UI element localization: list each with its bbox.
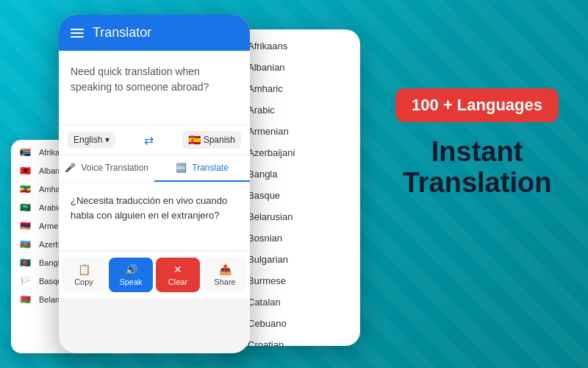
translation-output-area: ¿Necesita traducción en vivo cuando habl… — [59, 183, 250, 250]
flag-albanian: 🇦🇱 — [17, 165, 33, 176]
clear-icon: ✕ — [173, 263, 182, 275]
speak-button[interactable]: 🔊Speak — [109, 258, 153, 292]
flag-basque: 🏳️ — [17, 275, 33, 286]
tab-voice-translation[interactable]: 🎤 Voice Translation — [59, 155, 154, 182]
tab-translate[interactable]: 🔤 Translate — [154, 155, 250, 182]
dropdown-icon: ▾ — [105, 135, 110, 145]
app-title: Translator — [93, 25, 151, 40]
flag-bangla: 🇧🇩 — [17, 257, 33, 268]
translator-phone: Translator Need quick translation when s… — [59, 15, 250, 353]
source-language-button[interactable]: English ▾ — [68, 132, 115, 148]
app-header: Translator — [59, 15, 250, 51]
source-text-area[interactable]: Need quick translation when speaking to … — [59, 51, 250, 124]
source-text: Need quick translation when speaking to … — [71, 64, 238, 95]
flag-arabic: 🇸🇦 — [17, 202, 33, 213]
flag-armenian: 🇦🇲 — [17, 220, 33, 231]
target-lang-label: Spanish — [204, 135, 235, 145]
share-icon: 📤 — [219, 263, 232, 275]
headline: Instant Translation — [395, 137, 559, 199]
flag-afrikaans: 🇿🇦 — [17, 146, 33, 158]
app-container: 100 + Languages Instant Translation 🇿🇦Af… — [0, 0, 588, 368]
language-selector-bar: English ▾ ⇄ 🇪🇸 Spanish — [59, 124, 250, 155]
action-bar: 📋Copy🔊Speak✕Clear📤Share — [59, 251, 250, 298]
flag-amharic: 🇪🇹 — [17, 183, 33, 194]
clear-button[interactable]: ✕Clear — [156, 258, 200, 292]
mic-icon: 🎤 — [65, 163, 76, 173]
languages-badge: 100 + Languages — [395, 88, 559, 122]
tab-bar: 🎤 Voice Translation 🔤 Translate — [59, 155, 250, 182]
share-button[interactable]: 📤Share — [203, 258, 247, 292]
translated-text: ¿Necesita traducción en vivo cuando habl… — [71, 194, 238, 222]
source-lang-label: English — [74, 135, 102, 145]
menu-icon[interactable] — [71, 29, 84, 38]
flag-azerbaijani: 🇦🇿 — [17, 238, 33, 250]
flag-belarusian: 🇧🇾 — [17, 294, 33, 305]
target-flag: 🇪🇸 — [188, 134, 201, 146]
swap-languages-button[interactable]: ⇄ — [120, 133, 177, 147]
copy-icon: 📋 — [78, 263, 90, 275]
right-content: 100 + Languages Instant Translation — [395, 88, 559, 199]
copy-button[interactable]: 📋Copy — [62, 258, 106, 292]
target-language-button[interactable]: 🇪🇸 Spanish — [182, 131, 241, 149]
speak-icon: 🔊 — [125, 263, 137, 275]
translate-icon: 🔤 — [176, 163, 187, 173]
